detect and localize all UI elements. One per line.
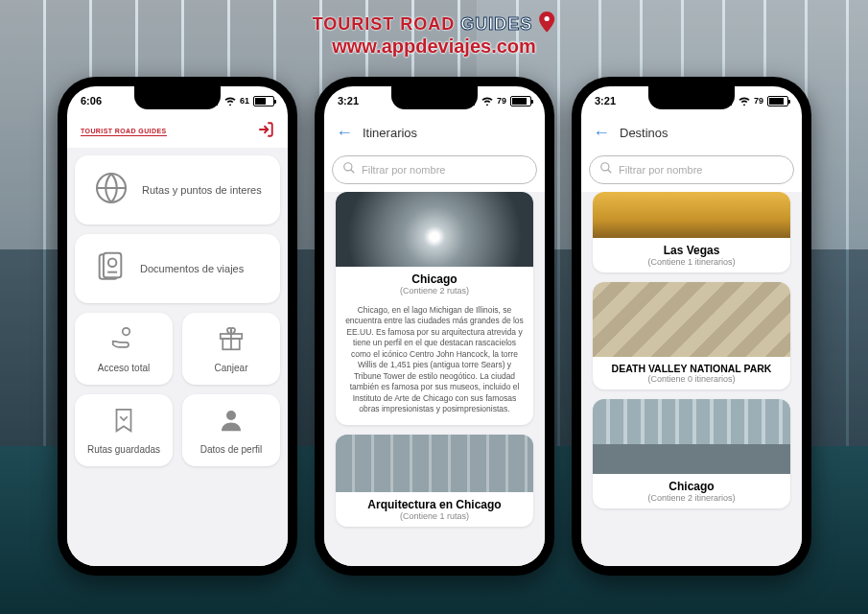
menu-area: Rutas y puntos de interes Documentos de … (67, 148, 288, 566)
banner: TOURIST ROAD GUIDES www.appdeviajes.com (313, 12, 556, 58)
battery-percent: 79 (497, 96, 506, 106)
saved-routes-icon (109, 406, 138, 438)
wifi-icon (481, 96, 493, 106)
menu-item-access[interactable]: Acceso total (75, 313, 173, 385)
logout-icon[interactable] (257, 121, 274, 142)
header-title: Destinos (620, 126, 669, 140)
battery-icon (510, 96, 531, 106)
card-sub: (Contiene 2 itinerarios) (593, 493, 790, 508)
search-input[interactable]: Filtrar por nombre (589, 155, 794, 184)
itinerary-card-arquitectura[interactable]: Arquitectura en Chicago (Contiene 1 ruta… (336, 435, 533, 527)
card-title: DEATH VALLEY NATIONAL PARK (593, 357, 790, 374)
map-pin-icon (538, 12, 555, 37)
phone-notch (134, 86, 221, 109)
card-sub: (Contiene 0 itinerarios) (593, 374, 790, 390)
menu-item-saved[interactable]: Rutas guardadas (75, 394, 173, 466)
card-sub: (Contiene 1 rutas) (336, 511, 533, 527)
menu-item-profile[interactable]: Datos de perfil (182, 394, 280, 466)
card-sub: (Contiene 2 rutas) (336, 286, 533, 301)
menu-label: Acceso total (98, 363, 150, 373)
menu-grid: Rutas y puntos de interes Documentos de … (75, 155, 280, 466)
list-header: ← Itinerarios (324, 115, 545, 150)
card-sub: (Contiene 1 itinerarios) (593, 257, 790, 272)
passport-icon (94, 250, 127, 287)
phone-3-screen: 3:21 79 ← Destinos Filtrar por nombre (581, 86, 802, 566)
status-time: 3:21 (338, 95, 359, 106)
destination-card-vegas[interactable]: Las Vegas (Contiene 1 itinerarios) (593, 192, 790, 272)
gift-icon (217, 324, 246, 357)
menu-label: Rutas guardadas (87, 444, 160, 455)
destination-list[interactable]: Las Vegas (Contiene 1 itinerarios) DEATH… (581, 192, 802, 566)
phone-1-screen: 6:06 61 TOURIST ROAD GUIDES (67, 86, 288, 566)
card-image (336, 435, 533, 492)
battery-percent: 61 (240, 96, 249, 106)
svg-point-9 (344, 163, 352, 171)
banner-text-b: GUIDES (460, 14, 532, 34)
card-description: Chicago, en el lago Michigan de Illinois… (336, 301, 533, 425)
battery-icon (253, 96, 274, 106)
search-icon (599, 161, 613, 178)
battery-percent: 79 (754, 96, 763, 106)
menu-item-docs[interactable]: Documentos de viajes (75, 234, 280, 303)
header-title: Itinerarios (363, 126, 417, 140)
app-logo: TOURIST ROAD GUIDES (81, 128, 167, 136)
phone-2-screen: 3:21 79 ← Itinerarios Filtrar por nombre (324, 86, 545, 566)
menu-item-routes[interactable]: Rutas y puntos de interes (75, 155, 280, 224)
svg-rect-3 (104, 253, 121, 278)
search-icon (342, 161, 356, 178)
menu-item-redeem[interactable]: Canjear (182, 313, 280, 385)
itinerary-card-chicago[interactable]: Chicago (Contiene 2 rutas) Chicago, en e… (336, 192, 533, 425)
card-image (593, 282, 790, 357)
menu-label: Canjear (214, 363, 247, 373)
svg-point-10 (601, 163, 609, 171)
globe-icon (94, 171, 129, 209)
card-title: Arquitectura en Chicago (336, 492, 533, 511)
card-image (593, 399, 790, 474)
hand-coin-icon (109, 324, 138, 357)
card-title: Las Vegas (593, 238, 790, 257)
back-icon[interactable]: ← (593, 123, 610, 143)
svg-point-0 (545, 16, 550, 21)
back-icon[interactable]: ← (336, 123, 353, 143)
banner-url: www.appdeviajes.com (313, 35, 556, 58)
promo-stage: TOURIST ROAD GUIDES www.appdeviajes.com … (0, 0, 868, 614)
menu-label: Documentos de viajes (140, 263, 244, 274)
itinerary-list[interactable]: Chicago (Contiene 2 rutas) Chicago, en e… (324, 192, 545, 566)
menu-label: Datos de perfil (200, 444, 262, 455)
app-header: TOURIST ROAD GUIDES (67, 115, 288, 148)
card-title: Chicago (336, 267, 533, 286)
card-title: Chicago (593, 474, 790, 493)
phone-notch (648, 86, 735, 109)
card-image (336, 192, 533, 267)
search-input[interactable]: Filtrar por nombre (332, 155, 537, 184)
phone-1: 6:06 61 TOURIST ROAD GUIDES (58, 77, 297, 576)
search-placeholder: Filtrar por nombre (619, 164, 702, 176)
phone-notch (391, 86, 478, 109)
battery-icon (767, 96, 788, 106)
search-placeholder: Filtrar por nombre (362, 164, 445, 176)
destination-card-death-valley[interactable]: DEATH VALLEY NATIONAL PARK (Contiene 0 i… (593, 282, 790, 390)
phone-3: 3:21 79 ← Destinos Filtrar por nombre (572, 77, 811, 576)
wifi-icon (739, 96, 750, 106)
card-image (593, 192, 790, 238)
svg-point-8 (226, 411, 236, 420)
destination-card-chicago[interactable]: Chicago (Contiene 2 itinerarios) (593, 399, 790, 508)
banner-text-a: TOURIST ROAD (313, 14, 461, 34)
svg-point-5 (123, 328, 130, 336)
person-icon (217, 406, 246, 438)
menu-label: Rutas y puntos de interes (142, 184, 262, 196)
phone-2: 3:21 79 ← Itinerarios Filtrar por nombre (315, 77, 554, 576)
status-time: 6:06 (81, 95, 102, 106)
status-time: 3:21 (595, 95, 616, 106)
banner-title: TOURIST ROAD GUIDES (313, 12, 556, 37)
list-header: ← Destinos (581, 115, 802, 150)
wifi-icon (224, 96, 236, 106)
